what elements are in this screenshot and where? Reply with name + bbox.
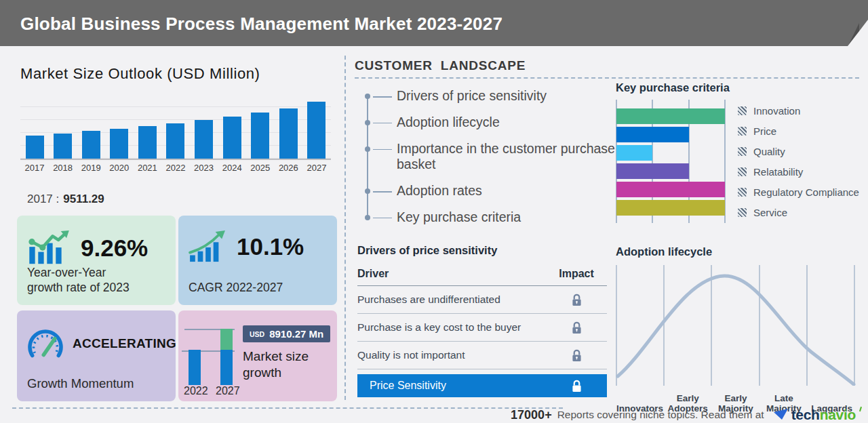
mini-year-2022: 2022 (184, 385, 208, 397)
price-sensitivity-label: Price Sensitivity (357, 380, 546, 392)
landscape-item-2: Adoption lifecycle (355, 115, 619, 131)
price-sensitivity-section: Drivers of price sensitivity Driver Impa… (357, 244, 607, 397)
technavio-logo[interactable]: technavio (774, 407, 861, 423)
lock-icon (546, 349, 607, 362)
year-label-2019: 2019 (79, 163, 103, 173)
yoy-label: Year-over-Year growth rate of 2023 (27, 265, 142, 296)
year-label-2022: 2022 (163, 163, 188, 173)
customer-landscape-list: Drivers of price sensitivityAdoption lif… (355, 88, 619, 226)
yoy-growth-card: 9.26% Year-over-Year growth rate of 2023 (17, 216, 176, 305)
vertical-divider (344, 56, 346, 400)
drivers-table-header: Driver Impact (357, 268, 607, 286)
cagr-card: 10.1% CAGR 2022-2027 (178, 216, 337, 305)
key-purchase-criteria-chart: InnovationPriceQualityRelatabilityRegula… (616, 100, 868, 223)
criteria-bar-regulatory-compliance (616, 182, 725, 197)
market-size-growth-card: 2022 2027 USD 8910.27 Mn Market size gro… (178, 310, 337, 401)
criteria-bar-relatability (616, 163, 689, 179)
base-year-value: 2017 :9511.29 (27, 193, 104, 206)
currency-label: USD (250, 330, 264, 338)
year-label-2025: 2025 (248, 163, 273, 173)
bar-2021 (138, 126, 157, 159)
legend-label: Innovation (753, 105, 800, 117)
bar-slot-2027 (304, 95, 329, 159)
section-underline (355, 77, 859, 79)
mini-bar-2027-delta (220, 329, 233, 350)
market-outlook-title: Market Size Outlook (USD Million) (20, 65, 260, 83)
footer-divider (12, 407, 563, 409)
criteria-bar-price (616, 127, 689, 142)
year-label-2026: 2026 (276, 163, 300, 173)
bar-slot-2020 (107, 95, 132, 159)
bar-slot-2018 (51, 95, 75, 159)
lock-icon (546, 321, 607, 334)
key-purchase-criteria-title: Key purchase criteria (616, 81, 868, 94)
legend-label: Quality (753, 146, 785, 157)
cagr-value: 10.1% (237, 233, 304, 260)
criteria-legend: InnovationPriceQualityRelatabilityRegula… (738, 103, 859, 220)
criteria-bars (616, 108, 725, 216)
bar-slot-2023 (192, 95, 216, 159)
adoption-lifecycle-title: Adoption lifecycle (616, 245, 865, 258)
driver-row-3: Quality is not important (357, 342, 607, 369)
bar-2019 (82, 131, 100, 159)
legend-swatch-icon (738, 167, 747, 176)
legend-item-quality: Quality (738, 144, 859, 159)
bar-2027 (307, 102, 326, 159)
legend-label: Service (753, 207, 787, 218)
technavio-wordmark: technavio (791, 407, 856, 423)
bar-slot-2024 (220, 95, 244, 159)
bar-slot-2025 (248, 95, 273, 159)
driver-row-1: Purchases are undifferentiated (357, 286, 607, 314)
growth-amount: 8910.27 Mn (269, 328, 323, 340)
driver-label: Purchase is a key cost to the buyer (357, 321, 546, 334)
bar-2024 (223, 117, 241, 159)
landscape-item-3: Importance in the customer purchase bask… (355, 141, 619, 174)
mini-bar-2022 (189, 350, 201, 385)
growth-amount-badge: USD 8910.27 Mn (243, 325, 330, 342)
legend-label: Relatability (753, 166, 803, 178)
bar-2018 (54, 134, 72, 159)
year-label-2024: 2024 (220, 163, 244, 173)
mini-bar-2027-base (220, 350, 233, 385)
year-label-2023: 2023 (192, 163, 216, 173)
bar-2022 (166, 123, 184, 159)
page-title: Global Business Process Management Marke… (20, 14, 502, 35)
legend-label: Price (753, 125, 776, 137)
base-year-number: 9511.29 (63, 193, 104, 205)
page-curl-decoration (841, 0, 868, 46)
legend-swatch-icon (738, 127, 747, 136)
price-sensitivity-row[interactable]: Price Sensitivity (357, 374, 607, 397)
criteria-bar-innovation (616, 108, 725, 124)
column-impact: Impact (546, 268, 607, 280)
year-label-2017: 2017 (22, 163, 47, 173)
growth-label: Market size growth (243, 348, 328, 381)
header-bar: Global Business Process Management Marke… (0, 0, 868, 46)
criteria-bar-service (616, 200, 725, 216)
legend-item-service: Service (738, 205, 859, 220)
legend-swatch-icon (738, 188, 747, 197)
landscape-item-5: Key purchase criteria (355, 209, 619, 226)
criteria-bar-quality (616, 145, 652, 161)
bar-2026 (279, 108, 298, 159)
customer-landscape-title: CUSTOMER LANDSCAPE (355, 58, 859, 73)
legend-swatch-icon (738, 147, 747, 156)
driver-label: Quality is not important (357, 349, 546, 361)
key-purchase-criteria-section: Key purchase criteria InnovationPriceQua… (616, 81, 868, 223)
bar-slot-2019 (79, 95, 103, 159)
driver-label: Purchases are undifferentiated (357, 294, 546, 306)
legend-label: Regulatory Compliance (753, 186, 859, 198)
base-year-label: 2017 : (27, 193, 59, 205)
bar-slot-2021 (135, 95, 159, 159)
yoy-value: 9.26% (81, 235, 148, 262)
year-label-2018: 2018 (51, 163, 75, 173)
drivers-table-body: Purchases are undifferentiatedPurchase i… (357, 286, 607, 369)
landscape-item-1: Drivers of price sensitivity (355, 88, 619, 104)
speedometer-icon (26, 328, 64, 359)
bar-2017 (26, 136, 44, 159)
legend-item-price: Price (738, 123, 859, 139)
market-size-axis-labels: 2017201820192020202120222023202420252026… (20, 163, 331, 173)
cagr-label: CAGR 2022-2027 (189, 280, 328, 296)
legend-item-innovation: Innovation (738, 103, 859, 119)
infographic-root: Global Business Process Management Marke… (0, 0, 868, 423)
drivers-title: Drivers of price sensitivity (357, 244, 607, 257)
